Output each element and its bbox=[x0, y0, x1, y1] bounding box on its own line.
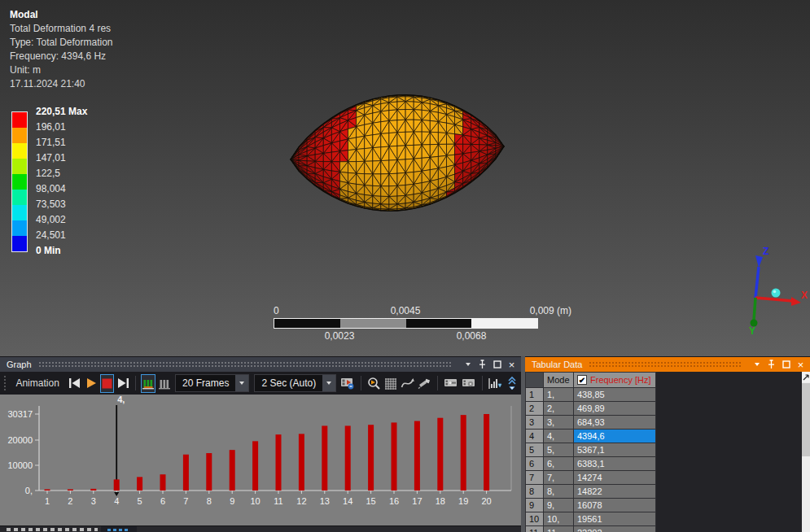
mode-cell[interactable]: 9, bbox=[544, 499, 574, 512]
grid-view-button[interactable] bbox=[383, 374, 398, 393]
frequency-bar[interactable] bbox=[252, 441, 258, 491]
row-number-cell[interactable]: 3 bbox=[526, 416, 544, 430]
tabular-panel-titlebar[interactable]: Tabular Data × bbox=[525, 357, 810, 372]
pin-icon[interactable] bbox=[476, 359, 488, 370]
frequency-bar[interactable] bbox=[68, 490, 73, 491]
frequency-bar[interactable] bbox=[414, 421, 420, 491]
duration-dropdown-arrow[interactable] bbox=[322, 375, 335, 391]
toolbar-gripper[interactable] bbox=[3, 375, 6, 391]
frequency-bar[interactable] bbox=[114, 479, 120, 491]
frequency-cell[interactable]: 469,89 bbox=[574, 402, 656, 416]
row-number-cell[interactable]: 11 bbox=[526, 526, 544, 532]
clipped-bottom-tabs[interactable] bbox=[0, 525, 521, 532]
maximize-icon[interactable] bbox=[491, 359, 503, 370]
row-number-cell[interactable]: 5 bbox=[526, 443, 544, 457]
mode-cell[interactable]: 2, bbox=[544, 402, 574, 416]
frequency-bar[interactable] bbox=[322, 425, 327, 491]
frequency-bar[interactable] bbox=[90, 489, 96, 491]
keyframe-settings-button[interactable] bbox=[461, 374, 477, 393]
scrollbar-thumb[interactable] bbox=[802, 383, 810, 456]
row-number-cell[interactable]: 8 bbox=[526, 485, 544, 499]
result-sets-button[interactable] bbox=[487, 374, 503, 393]
mode-cell[interactable]: 4, bbox=[544, 430, 574, 443]
frequency-bar[interactable] bbox=[437, 418, 443, 491]
row-number-cell[interactable]: 9 bbox=[526, 499, 544, 512]
frequency-cell[interactable]: 684,93 bbox=[574, 416, 656, 430]
frequency-cell[interactable]: 14274 bbox=[574, 471, 656, 485]
frames-dropdown[interactable]: 20 Frames bbox=[175, 374, 249, 392]
pin-icon[interactable] bbox=[765, 359, 777, 370]
stop-button[interactable] bbox=[100, 374, 115, 393]
mode-column-header[interactable]: Mode bbox=[544, 373, 574, 388]
frequency-cell[interactable]: 16078 bbox=[574, 499, 656, 512]
frequency-cell[interactable]: 19561 bbox=[574, 512, 656, 526]
iso-ball[interactable] bbox=[772, 289, 781, 298]
skip-to-end-button[interactable] bbox=[116, 374, 130, 393]
frequency-bar[interactable] bbox=[299, 434, 304, 491]
probe-camera-button[interactable] bbox=[417, 374, 432, 393]
frequency-bar[interactable] bbox=[392, 422, 397, 491]
frequency-bar[interactable] bbox=[345, 425, 351, 491]
row-number-cell[interactable]: 7 bbox=[526, 471, 544, 485]
frames-dropdown-arrow[interactable] bbox=[235, 375, 248, 391]
mode-cell[interactable]: 6, bbox=[544, 457, 574, 471]
row-number-cell[interactable]: 4 bbox=[526, 430, 544, 443]
mode-cell[interactable]: 11, bbox=[544, 526, 574, 532]
orientation-triad[interactable]: Z X Y bbox=[716, 241, 808, 337]
export-video-button[interactable] bbox=[339, 374, 356, 393]
zoom-to-range-button[interactable] bbox=[366, 374, 382, 393]
frequency-bar[interactable] bbox=[45, 490, 50, 491]
mode-cell[interactable]: 10, bbox=[544, 512, 574, 526]
frequency-cell[interactable]: 6383,1 bbox=[574, 457, 656, 471]
skip-to-start-button[interactable] bbox=[68, 374, 82, 393]
result-columns-view-button[interactable] bbox=[157, 374, 172, 393]
curve-tool-button[interactable] bbox=[400, 374, 415, 393]
frequency-bar-chart[interactable]: 0,10000200003031712345678910111213141516… bbox=[0, 395, 521, 525]
maximize-icon[interactable] bbox=[780, 359, 792, 370]
mode-cell[interactable]: 1, bbox=[544, 388, 574, 402]
row-number-cell[interactable]: 1 bbox=[526, 388, 544, 402]
frequency-bar[interactable] bbox=[461, 415, 466, 491]
panel-menu-icon[interactable] bbox=[751, 359, 763, 370]
frequency-column-header[interactable]: ✔ Frequency [Hz] bbox=[574, 373, 656, 388]
3d-viewport[interactable]: Modal Total Deformation 4 res Type: Tota… bbox=[0, 0, 810, 356]
frequency-cell[interactable]: 438,85 bbox=[574, 388, 656, 402]
graph-panel-titlebar[interactable]: Graph × bbox=[0, 357, 521, 372]
frequency-cell[interactable]: 5367,1 bbox=[574, 443, 656, 457]
table-scrollbar[interactable] bbox=[802, 372, 810, 532]
model-mesh[interactable] bbox=[0, 0, 810, 356]
mode-cell[interactable]: 3, bbox=[544, 416, 574, 430]
mode-cell[interactable]: 7, bbox=[544, 471, 574, 485]
frequency-bar[interactable] bbox=[160, 474, 166, 491]
row-number-cell[interactable]: 2 bbox=[526, 402, 544, 416]
row-number-cell[interactable]: 6 bbox=[526, 457, 544, 471]
frequency-cell[interactable]: 14822 bbox=[574, 485, 656, 499]
result-bars-view-button[interactable] bbox=[141, 374, 155, 393]
row-number-cell[interactable]: 10 bbox=[526, 512, 544, 526]
close-icon[interactable]: × bbox=[795, 359, 807, 370]
export-keyframes-button[interactable] bbox=[443, 374, 459, 393]
duration-dropdown[interactable]: 2 Sec (Auto) bbox=[254, 374, 336, 392]
frequency-bar[interactable] bbox=[183, 455, 189, 491]
frequency-bar[interactable] bbox=[230, 450, 235, 491]
z-axis[interactable] bbox=[755, 267, 759, 298]
frequency-bar[interactable] bbox=[484, 414, 489, 491]
frequency-bar[interactable] bbox=[368, 425, 374, 491]
frequency-cell[interactable]: 22202 bbox=[574, 526, 656, 532]
y-axis[interactable] bbox=[754, 298, 755, 321]
panel-menu-icon[interactable] bbox=[462, 359, 474, 370]
toolbar-overflow-chevron[interactable] bbox=[505, 374, 519, 393]
clipped-selected-tab[interactable] bbox=[101, 526, 137, 532]
frequency-bar[interactable] bbox=[137, 477, 142, 491]
close-icon[interactable]: × bbox=[506, 359, 518, 370]
scrollbar-top-button[interactable] bbox=[802, 372, 810, 382]
x-axis[interactable] bbox=[755, 298, 793, 301]
play-button[interactable] bbox=[84, 374, 99, 393]
frequency-cell[interactable]: 4394,6 bbox=[574, 430, 656, 443]
table-corner-cell[interactable] bbox=[526, 373, 544, 388]
frequency-bar[interactable] bbox=[206, 453, 212, 491]
frequency-checkbox[interactable]: ✔ bbox=[577, 375, 587, 385]
mode-cell[interactable]: 8, bbox=[544, 485, 574, 499]
frequency-bar[interactable] bbox=[276, 434, 282, 491]
mode-cell[interactable]: 5, bbox=[544, 443, 574, 457]
